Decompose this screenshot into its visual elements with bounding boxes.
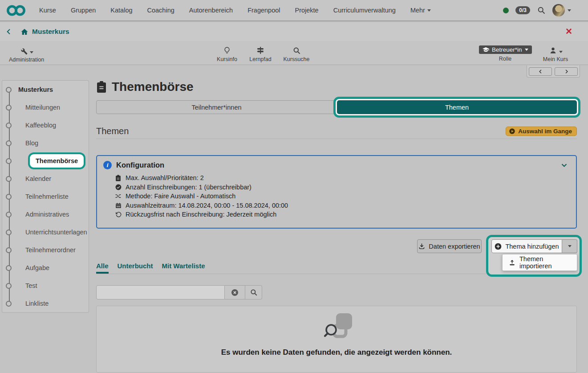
tab-teilnehmerinnen[interactable]: Teilnehmer*innen [96,100,337,114]
nav-item-fragenpool[interactable]: Fragenpool [247,7,280,14]
sidebar-item-teilnehmerordner[interactable]: Teilnehmerordner [2,241,89,259]
sidebar-item-themenboerse[interactable]: Themenbörse [2,152,89,170]
configuration-title: Konfiguration [116,161,164,169]
filter-tab-alle[interactable]: Alle [96,262,109,270]
role-pill[interactable]: Betreuer*in [479,45,532,54]
tree-node-dot [6,105,12,111]
chevron-down-icon [568,245,572,249]
my-course-menu[interactable]: Mein Kurs [540,45,571,62]
undo-icon [115,211,122,217]
role-switcher[interactable]: Betreuer*in Rolle [479,45,531,62]
nav-item-mehr[interactable]: Mehr [410,7,431,14]
search-icon[interactable] [537,6,546,15]
export-data-button[interactable]: Daten exportieren [417,239,482,253]
sidebar-item-blog[interactable]: Blog [2,134,89,152]
nav-item-projekte[interactable]: Projekte [295,7,318,14]
download-icon [418,243,425,250]
home-icon[interactable] [20,28,28,36]
status-badge-label: Auswahl im Gange [518,128,572,135]
import-topics-item[interactable]: Themen importieren [519,255,571,270]
administration-menu[interactable]: Administration [9,45,44,63]
sidebar-item-kaffeeblog[interactable]: Kaffeeblog [2,116,89,134]
main-menu: Kurse Gruppen Katalog Coaching Autorenbe… [39,7,431,14]
previous-node-button[interactable] [529,67,552,76]
tab-themen[interactable]: Themen [337,100,577,114]
tree-node-dot [6,176,12,182]
task-counter-badge[interactable]: 0/3 [515,6,530,14]
tree-node-dot [6,247,12,253]
role-label: Rolle [479,56,531,62]
sidebar-item-aufgabe[interactable]: Aufgabe [2,259,89,277]
tree-node-dot [6,158,12,164]
tree-node-dot [6,283,12,289]
close-icon[interactable] [565,27,573,35]
openolat-logo[interactable] [6,4,26,16]
chevron-down-icon [525,49,528,53]
tree-node-dot [6,194,12,200]
course-menu-panel: Musterkurs Mitteilungen Kaffeeblog Blog … [2,80,89,313]
config-line-methode: Methode: Faire Auswahl - Automatisch [115,192,570,201]
search-input[interactable] [96,285,225,299]
nav-mehr-label: Mehr [410,7,425,14]
course-tree: Musterkurs Mitteilungen Kaffeeblog Blog … [2,81,89,312]
sidebar-item-linkliste[interactable]: Linkliste [2,295,89,312]
active-item-highlight: Themenbörse [30,154,84,168]
lernpfad-button[interactable]: Lernpfad [247,45,273,62]
nav-item-gruppen[interactable]: Gruppen [71,7,96,14]
play-circle-icon [509,128,515,135]
check-circle-icon [115,184,122,190]
chevron-down-icon [30,51,33,55]
collapse-chevron-icon[interactable] [560,161,568,169]
configuration-panel: i Konfiguration Max. Auswahl/Prioritäten… [96,155,577,229]
clipboard-list-icon [96,81,107,93]
nav-item-curriculumverwaltung[interactable]: Curriculumverwaltung [333,7,396,14]
user-menu[interactable] [552,4,571,16]
lernpfad-label: Lernpfad [247,56,273,62]
configuration-header: i Konfiguration [103,161,570,169]
config-line-auswahlzeitraum: Auswahlzeitraum: 14.08.2024, 00:00 - 15.… [115,201,570,210]
clear-search-button[interactable] [225,285,245,299]
course-breadcrumb-bar: Musterkurs [0,22,588,41]
breadcrumb[interactable]: Musterkurs [32,28,69,36]
tree-node-dot [6,140,12,146]
back-chevron-icon[interactable] [5,28,12,35]
nav-item-coaching[interactable]: Coaching [147,7,174,14]
chevron-down-icon [427,9,431,13]
avatar [552,4,565,16]
sidebar-item-musterkurs[interactable]: Musterkurs [2,81,89,98]
nav-item-katalog[interactable]: Katalog [110,7,132,14]
page-title: Themenbörse [112,80,194,94]
my-course-label: Mein Kurs [540,56,571,62]
config-line-einschreibungen: Anzahl Einschreibungen: 1 (überschreibba… [115,183,570,192]
filter-tab-mit-warteliste[interactable]: Mit Warteliste [162,262,205,270]
kurssuche-button[interactable]: Kurssuche [281,45,312,62]
table-search [96,285,262,299]
course-toolbar: Administration Kursinfo Lernpfad Kurssuc… [0,41,588,65]
sidebar-item-teilnehmerliste[interactable]: Teilnehmerliste [2,188,89,205]
tree-node-dot [6,123,12,128]
clipboard-icon [115,175,122,181]
add-topic-button[interactable]: Thema hinzufügen [491,239,562,253]
add-topic-dropdown-menu: Themen importieren [502,254,577,271]
section-header: Themen Auswahl im Gange [96,124,577,139]
sidebar-item-unterrichtsunterlagen[interactable]: Unterrichtsunterlagen [2,223,89,241]
tree-node-dot [6,87,12,93]
sidebar-item-kalender[interactable]: Kalender [2,170,89,188]
search-submit-button[interactable] [245,285,262,299]
sidebar-item-mitteilungen[interactable]: Mitteilungen [2,98,89,116]
config-line-rueckzugsfrist: Rückzugsfrist nach Einschreibung: Jederz… [115,210,570,219]
sidebar-item-administratives[interactable]: Administratives [2,205,89,223]
tree-node-dot [6,301,12,307]
empty-state-panel: Es wurden keine Daten gefunden, die ange… [96,306,577,373]
learning-path-icon [256,46,265,55]
next-node-button[interactable] [555,67,578,76]
add-topic-dropdown-toggle[interactable] [562,239,577,253]
kursinfo-button[interactable]: Kursinfo [215,45,239,62]
sidebar-item-test[interactable]: Test [2,277,89,295]
no-results-illustration [319,312,354,342]
nav-item-autorenbereich[interactable]: Autorenbereich [189,7,233,14]
nav-item-kurse[interactable]: Kurse [39,7,56,14]
section-title: Themen [96,126,129,136]
person-icon [549,46,557,55]
filter-tab-unterbucht[interactable]: Unterbucht [118,262,153,270]
